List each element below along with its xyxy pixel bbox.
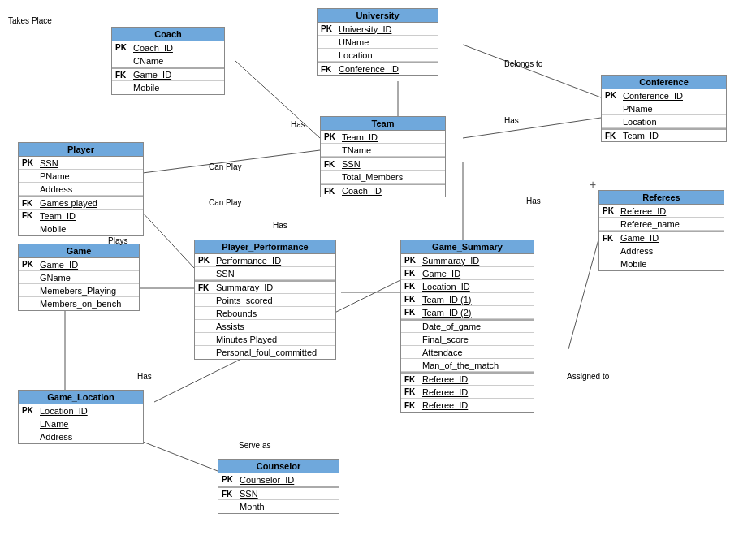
- svg-line-9: [568, 240, 598, 349]
- referees-row-pk: PK Referee_ID: [599, 205, 724, 218]
- entity-counselor: Counselor PK Counselor_ID FK SSN Month: [218, 459, 339, 514]
- counselor-row-pk: PK Counselor_ID: [218, 473, 339, 486]
- svg-line-5: [463, 118, 601, 138]
- entity-game-location: Game_Location PK Location_ID LName Addre…: [18, 390, 144, 444]
- gs-row-attend: Attendace: [401, 346, 534, 359]
- coach-row-mobile: Mobile: [112, 81, 224, 94]
- entity-conference: Conference PK Conference_ID PName Locati…: [601, 75, 727, 142]
- entity-referees-header: Referees: [599, 191, 724, 205]
- gs-row-pk: PK Summaray_ID: [401, 254, 534, 267]
- gs-row-location: FK Location_ID: [401, 280, 534, 293]
- gl-row-pk: PK Location_ID: [19, 404, 143, 417]
- university-row-pk: PK University_ID: [318, 23, 438, 36]
- label-has-game-loc: Has: [137, 372, 152, 381]
- pp-row-ssn: SSN: [195, 267, 335, 280]
- entity-player: Player PK SSN PName Address FK Games pla…: [18, 142, 144, 236]
- entity-pp-header: Player_Performance: [195, 240, 335, 254]
- team-row-tname: TName: [321, 144, 445, 157]
- coach-row-cname: CName: [112, 54, 224, 67]
- player-row-address: Address: [19, 183, 143, 196]
- entity-referees: Referees PK Referee_ID Referee_name FK G…: [598, 190, 724, 271]
- gl-row-address: Address: [19, 430, 143, 443]
- game-row-playing: Memebers_Playing: [19, 284, 139, 297]
- gs-row-ref2: FK Referee_ID: [401, 386, 534, 399]
- gs-row-team1: FK Team_ID (1): [401, 293, 534, 306]
- pp-row-assists: Assists: [195, 320, 335, 333]
- label-serve-as: Serve as: [239, 441, 270, 450]
- label-can-play-1: Can Play: [209, 162, 242, 171]
- entity-team: Team PK Team_ID TName FK SSN Total_Membe…: [320, 116, 446, 197]
- label-can-play-2: Can Play: [209, 198, 242, 207]
- gs-row-ref3: FK Referee_ID: [401, 399, 534, 412]
- coach-row-pk: PK Coach_ID: [112, 41, 224, 54]
- svg-line-3: [130, 150, 320, 175]
- gs-row-final: Final_score: [401, 333, 534, 346]
- university-row-location: Location: [318, 49, 438, 62]
- player-row-pname: PName: [19, 170, 143, 183]
- entity-player-header: Player: [19, 143, 143, 157]
- gs-row-man: Man_of_the_match: [401, 359, 534, 372]
- player-row-games: FK Games played: [19, 196, 143, 210]
- game-row-bench: Members_on_bench: [19, 297, 139, 310]
- label-belongs-to: Belongs to: [504, 59, 542, 68]
- entity-coach-header: Coach: [112, 28, 224, 41]
- university-row-fk: FK Conference_ID: [318, 62, 438, 75]
- gs-row-ref1: FK Referee_ID: [401, 372, 534, 386]
- label-takes-place: Takes Place: [8, 16, 52, 25]
- label-assigned-to: Assigned to: [567, 372, 609, 381]
- game-row-gname: GName: [19, 271, 139, 284]
- label-has-ref: Has: [526, 197, 541, 205]
- referees-row-address: Address: [599, 244, 724, 257]
- player-row-pk: PK SSN: [19, 157, 143, 170]
- game-row-pk: PK Game_ID: [19, 258, 139, 271]
- pp-row-pk: PK Performance_ID: [195, 254, 335, 267]
- referees-row-name: Referee_name: [599, 218, 724, 231]
- conference-row-pk: PK Conference_ID: [602, 89, 726, 102]
- label-has-pp: Has: [273, 221, 287, 230]
- university-row-uname: UName: [318, 36, 438, 49]
- pp-row-fk: FK Summaray_ID: [195, 280, 335, 294]
- entity-game-header: Game: [19, 244, 139, 258]
- entity-gs-header: Game_Summary: [401, 240, 534, 254]
- label-has-coach-team: Has: [291, 120, 305, 129]
- team-row-pk: PK Team_ID: [321, 131, 445, 144]
- gs-row-team2: FK Team_ID (2): [401, 306, 534, 319]
- entity-game-summary: Game_Summary PK Summaray_ID FK Game_ID F…: [400, 240, 534, 413]
- team-row-total: Total_Members: [321, 171, 445, 184]
- gs-row-date: Date_of_game: [401, 319, 534, 333]
- coach-row-fk: FK Game_ID: [112, 67, 224, 81]
- entity-gl-header: Game_Location: [19, 391, 143, 404]
- entity-university-header: University: [318, 9, 438, 23]
- pp-row-rebounds: Rebounds: [195, 307, 335, 320]
- team-row-ssn: FK SSN: [321, 157, 445, 171]
- svg-line-2: [235, 61, 320, 138]
- entity-player-performance: Player_Performance PK Performance_ID SSN…: [194, 240, 336, 360]
- pp-row-foul: Personal_foul_committed: [195, 346, 335, 359]
- entity-counselor-header: Counselor: [218, 460, 339, 473]
- referees-row-mobile: Mobile: [599, 257, 724, 270]
- label-has-team-conf: Has: [504, 116, 519, 125]
- conference-row-location: Location: [602, 115, 726, 128]
- entity-game: Game PK Game_ID GName Memebers_Playing M…: [18, 244, 140, 311]
- pp-row-points: Points_scored: [195, 294, 335, 307]
- player-row-team: FK Team_ID: [19, 210, 143, 222]
- referees-row-fk: FK Game_ID: [599, 231, 724, 244]
- pp-row-minutes: Minutes Played: [195, 333, 335, 346]
- er-diagram-canvas: + University PK University_ID UName Loca…: [0, 0, 756, 540]
- entity-university: University PK University_ID UName Locati…: [317, 8, 438, 76]
- counselor-row-fk: FK SSN: [218, 486, 339, 500]
- gl-row-lname: LName: [19, 417, 143, 430]
- conference-row-fk: FK Team_ID: [602, 128, 726, 141]
- gs-row-game: FK Game_ID: [401, 267, 534, 280]
- svg-text:+: +: [590, 178, 596, 191]
- entity-conference-header: Conference: [602, 76, 726, 89]
- entity-team-header: Team: [321, 117, 445, 131]
- entity-coach: Coach PK Coach_ID CName FK Game_ID Mobil…: [111, 27, 225, 95]
- team-row-coach: FK Coach_ID: [321, 184, 445, 197]
- player-row-mobile: Mobile: [19, 222, 143, 235]
- conference-row-pname: PName: [602, 102, 726, 115]
- counselor-row-month: Month: [218, 500, 339, 513]
- svg-line-0: [463, 45, 601, 97]
